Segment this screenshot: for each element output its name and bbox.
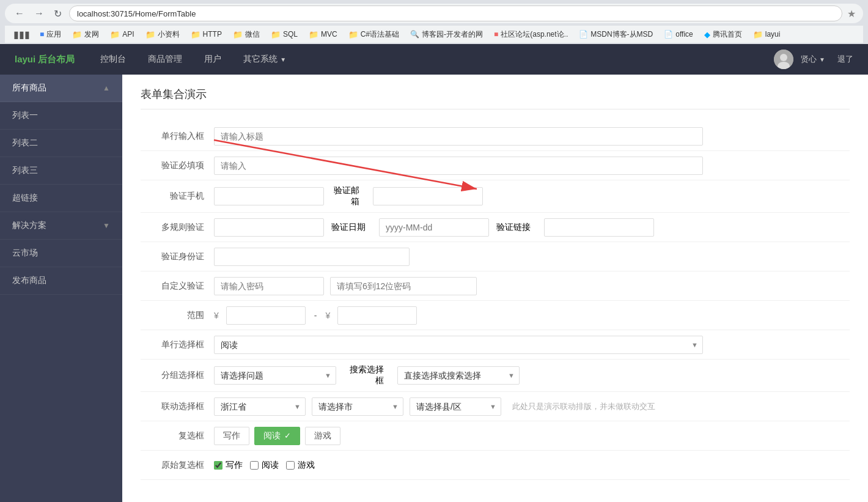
- bookmark-yingyong[interactable]: ■ 应用: [35, 28, 66, 41]
- bookmark-sql[interactable]: 📁 SQL: [266, 29, 303, 40]
- sidebar-item-publish[interactable]: 发布商品: [0, 267, 122, 295]
- top-nav: layui 后台布局 控制台 商品管理 用户 其它系统 ▼: [0, 44, 868, 75]
- province-select-wrapper: 浙江省 ▼: [214, 397, 306, 416]
- single-select-field[interactable]: 阅读: [214, 336, 703, 354]
- bookmark-tencent[interactable]: ◆ 腾讯首页: [699, 28, 747, 41]
- district-select-field[interactable]: 请选择县/区: [410, 397, 501, 416]
- nav-item-dashboard[interactable]: 控制台: [89, 44, 137, 75]
- page-title: 表单集合演示: [141, 87, 850, 109]
- city-select-field[interactable]: 请选择市: [312, 397, 403, 416]
- form-label-phone: 验证手机: [141, 191, 214, 202]
- refresh-button[interactable]: ↻: [51, 7, 64, 21]
- form-label-original-checkbox: 原始复选框: [141, 460, 214, 471]
- orig-checkbox-game-input[interactable]: [286, 461, 295, 470]
- cascaded-note: 此处只是演示联动排版，并未做联动交互: [512, 401, 655, 412]
- nav-item-other[interactable]: 其它系统 ▼: [232, 44, 297, 75]
- sidebar-item-list1[interactable]: 列表一: [0, 102, 122, 130]
- svg-point-1: [780, 54, 787, 61]
- orig-checkbox-game[interactable]: 游戏: [286, 460, 315, 471]
- form-label-single-input: 单行输入框: [141, 131, 214, 142]
- single-select-wrapper: 阅读 ▼: [214, 336, 703, 354]
- bookmark-csharp[interactable]: 📁 C#语法基础: [344, 28, 404, 41]
- orig-checkbox-write[interactable]: 写作: [214, 460, 243, 471]
- form-label-date: 验证日期: [330, 222, 373, 233]
- bookmark-cnblogs[interactable]: 🔍 博客园-开发者的网: [405, 28, 488, 41]
- apps-icon[interactable]: ▮▮▮: [10, 28, 34, 42]
- province-select-field[interactable]: 浙江省: [214, 397, 306, 416]
- date-input-field[interactable]: [379, 218, 489, 237]
- range-dash: -: [312, 311, 320, 320]
- form-row-idcard: 验证身份证: [141, 242, 850, 271]
- search-select-field[interactable]: 直接选择或搜索选择: [397, 366, 520, 385]
- nav-brand: layui 后台布局: [0, 54, 89, 65]
- form-label-required: 验证必填项: [141, 160, 214, 171]
- password-input-field[interactable]: [214, 277, 324, 295]
- email-input-field[interactable]: [373, 187, 483, 205]
- bookmark-weixin[interactable]: 📁 微信: [228, 28, 265, 41]
- checkbox-btn-write[interactable]: 写作: [214, 427, 249, 445]
- idcard-input-field[interactable]: [214, 248, 410, 266]
- sidebar-item-all-products[interactable]: 所有商品 ▲: [0, 75, 122, 102]
- sidebar-item-hyperlink[interactable]: 超链接: [0, 185, 122, 212]
- bookmark-office[interactable]: 📄 office: [659, 29, 697, 40]
- group-select-field[interactable]: 请选择问题: [214, 366, 336, 385]
- url-input-field[interactable]: [544, 218, 654, 237]
- form-row-cascaded-select: 联动选择框 浙江省 ▼ 请选择市 ▼: [141, 392, 850, 421]
- search-select-wrapper: 直接选择或搜索选择 ▼: [397, 366, 520, 385]
- bookmark-msdn[interactable]: 📄 MSDN博客-从MSD: [574, 28, 658, 41]
- user-info[interactable]: 贤心 ▼: [801, 54, 825, 65]
- form-content-cascaded-select: 浙江省 ▼ 请选择市 ▼ 请选择县/区: [214, 397, 850, 416]
- orig-checkbox-read-input[interactable]: [250, 461, 259, 470]
- bookmark-layui[interactable]: 📁 layui: [748, 29, 785, 40]
- url-bar[interactable]: [69, 6, 842, 21]
- sidebar-item-solutions[interactable]: 解决方案 ▼: [0, 212, 122, 240]
- form-content-phone-email: 验证邮箱: [214, 185, 850, 207]
- required-input-field[interactable]: [214, 157, 703, 175]
- checkmark-icon: ✓: [284, 431, 291, 440]
- checkbox-btn-game[interactable]: 游戏: [305, 427, 340, 445]
- form-row-multi-date-url: 多规则验证 验证日期 验证链接: [141, 213, 850, 242]
- district-select-wrapper: 请选择县/区 ▼: [410, 397, 501, 416]
- checkbox-btn-read[interactable]: 阅读 ✓: [254, 427, 300, 445]
- nav-menu: 控制台 商品管理 用户 其它系统 ▼: [89, 44, 774, 75]
- sidebar-item-cloud[interactable]: 云市场: [0, 240, 122, 267]
- bookmark-mvc[interactable]: 📁 MVC: [304, 29, 342, 40]
- avatar[interactable]: [774, 50, 793, 69]
- form-row-range: 范围 ¥ - ¥: [141, 301, 850, 330]
- range-max-field[interactable]: [337, 306, 417, 325]
- forward-button[interactable]: →: [32, 7, 46, 20]
- bookmark-http[interactable]: 📁 HTTP: [186, 29, 227, 40]
- form-content-single-input: [214, 127, 850, 146]
- multi-validate-field[interactable]: [214, 218, 324, 237]
- browser-tab-bar: ← → ↻ ★: [5, 4, 863, 23]
- range-min-field[interactable]: [226, 306, 306, 325]
- password-hint-field[interactable]: [330, 277, 477, 295]
- bookmark-fawang[interactable]: 📁 发网: [67, 28, 104, 41]
- main-body: 所有商品 ▲ 列表一 列表二 列表三 超链接 解决方案 ▼ 云市场: [0, 75, 868, 502]
- form-row-required: 验证必填项: [141, 151, 850, 180]
- folder-icon: 📁: [271, 30, 281, 39]
- bookmark-api[interactable]: 📁 API: [105, 29, 139, 40]
- avatar-image: [774, 50, 793, 69]
- phone-input-field[interactable]: [214, 187, 324, 205]
- folder-icon: 📁: [348, 30, 358, 39]
- orig-checkbox-read[interactable]: 阅读: [250, 460, 279, 471]
- form-content-custom-validate: [214, 277, 850, 295]
- orig-checkbox-write-input[interactable]: [214, 461, 223, 470]
- sidebar-item-list2[interactable]: 列表二: [0, 130, 122, 157]
- single-input-field[interactable]: [214, 127, 703, 146]
- sidebar-item-list3[interactable]: 列表三: [0, 157, 122, 185]
- forum-icon: ■: [494, 30, 498, 39]
- form-content-single-select: 阅读 ▼: [214, 336, 850, 354]
- logout-button[interactable]: 退了: [833, 51, 858, 67]
- user-dropdown-arrow-icon: ▼: [819, 56, 825, 63]
- form-label-custom-validate: 自定义验证: [141, 281, 214, 292]
- checkbox-group: 写作 阅读 ✓ 游戏: [214, 427, 340, 445]
- nav-item-products[interactable]: 商品管理: [137, 44, 193, 75]
- form-label-search-select: 搜索选择框: [342, 364, 391, 386]
- bookmark-forum[interactable]: ■ 社区论坛(asp.net论..: [489, 28, 573, 41]
- nav-item-users[interactable]: 用户: [193, 44, 232, 75]
- bookmark-xiaoziliao[interactable]: 📁 小资料: [141, 28, 185, 41]
- back-button[interactable]: ←: [12, 7, 27, 20]
- bookmark-star-icon[interactable]: ★: [847, 8, 856, 20]
